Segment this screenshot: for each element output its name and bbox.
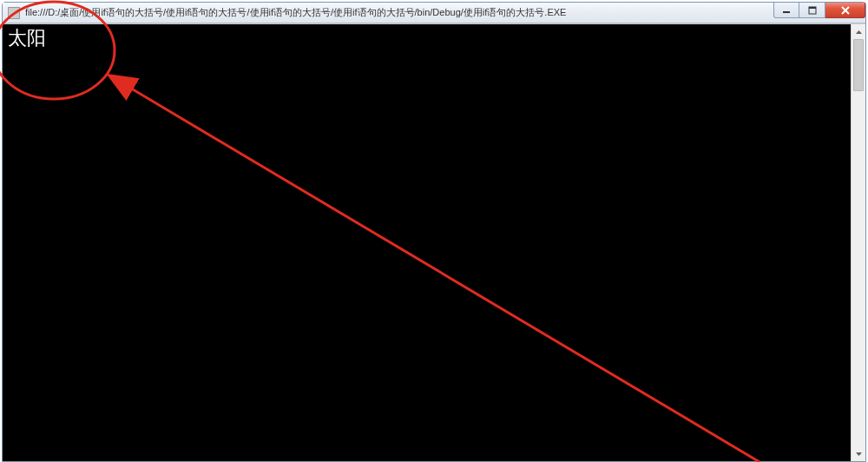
window-title: file:///D:/桌面/使用if语句的大括号/使用if语句的大括号/使用if… (25, 6, 865, 19)
scroll-thumb[interactable] (853, 39, 864, 91)
application-window: file:///D:/桌面/使用if语句的大括号/使用if语句的大括号/使用if… (2, 2, 866, 462)
chevron-down-icon (856, 452, 862, 456)
scroll-up-button[interactable] (852, 24, 865, 39)
close-button[interactable] (825, 3, 865, 18)
window-controls (773, 3, 865, 18)
console-output-area: 太阳 (3, 24, 851, 461)
titlebar[interactable]: file:///D:/桌面/使用if语句的大括号/使用if语句的大括号/使用if… (3, 3, 865, 23)
minimize-button[interactable] (773, 3, 799, 18)
svg-marker-6 (856, 452, 862, 456)
scroll-down-button[interactable] (852, 446, 865, 461)
svg-marker-5 (856, 30, 862, 34)
client-area: 太阳 (3, 23, 865, 461)
chevron-up-icon (856, 30, 862, 34)
scroll-track[interactable] (852, 39, 865, 446)
minimize-icon (782, 6, 791, 15)
vertical-scrollbar[interactable] (851, 24, 865, 461)
maximize-icon (808, 6, 817, 15)
console-text: 太阳 (8, 27, 46, 49)
app-icon (8, 7, 20, 19)
close-icon (840, 6, 851, 15)
maximize-button[interactable] (799, 3, 825, 18)
